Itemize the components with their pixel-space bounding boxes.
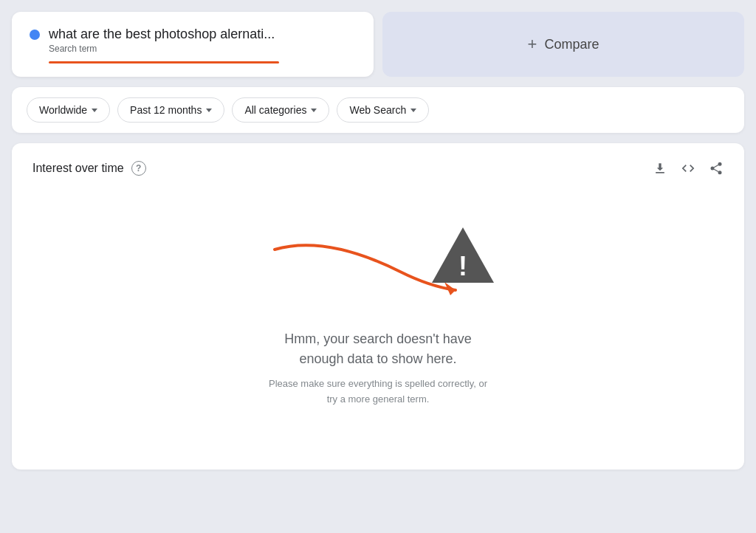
category-filter-label: All categories bbox=[244, 104, 306, 116]
location-chevron-icon bbox=[92, 109, 97, 112]
no-data-subtitle: Please make sure everything is spelled c… bbox=[269, 376, 487, 408]
category-filter[interactable]: All categories bbox=[232, 97, 329, 123]
no-data-area: ! Hmm, your search doesn't have enough d… bbox=[32, 190, 724, 452]
chart-title: Interest over time bbox=[32, 162, 124, 175]
warning-triangle-icon: ! bbox=[430, 224, 496, 290]
share-icon bbox=[709, 161, 724, 176]
arrow-warning-group: ! bbox=[230, 220, 526, 309]
chart-card: Interest over time ? bbox=[12, 143, 744, 470]
chart-title-group: Interest over time ? bbox=[32, 161, 146, 176]
location-filter-label: Worldwide bbox=[39, 104, 87, 116]
help-icon-label: ? bbox=[136, 163, 141, 173]
location-filter[interactable]: Worldwide bbox=[27, 97, 110, 123]
compare-plus-icon: + bbox=[528, 35, 537, 54]
search-card: what are the best photoshop alernati... … bbox=[12, 12, 374, 77]
download-icon bbox=[653, 161, 667, 176]
search-term-label: Search term bbox=[49, 44, 356, 54]
svg-line-4 bbox=[714, 165, 718, 167]
timeframe-filter-label: Past 12 months bbox=[130, 104, 202, 116]
search-type-filter-label: Web Search bbox=[349, 104, 406, 116]
timeframe-filter[interactable]: Past 12 months bbox=[117, 97, 224, 123]
timeframe-chevron-icon bbox=[206, 109, 212, 112]
svg-point-2 bbox=[718, 171, 722, 174]
top-area: what are the best photoshop alernati... … bbox=[12, 12, 744, 77]
svg-line-3 bbox=[714, 169, 718, 171]
svg-text:!: ! bbox=[458, 251, 467, 281]
search-dot bbox=[30, 30, 40, 40]
search-underline bbox=[49, 61, 279, 63]
search-type-chevron-icon bbox=[410, 109, 416, 112]
chart-header: Interest over time ? bbox=[32, 161, 724, 176]
share-button[interactable] bbox=[709, 161, 724, 176]
search-query[interactable]: what are the best photoshop alernati... bbox=[49, 27, 356, 42]
chart-actions bbox=[653, 161, 724, 176]
search-type-filter[interactable]: Web Search bbox=[337, 97, 429, 123]
help-icon[interactable]: ? bbox=[131, 161, 146, 176]
embed-icon bbox=[681, 161, 695, 176]
filters-card: Worldwide Past 12 months All categories … bbox=[12, 87, 744, 133]
no-data-title: Hmm, your search doesn't have enough dat… bbox=[284, 329, 472, 369]
search-text-block: what are the best photoshop alernati... … bbox=[49, 27, 356, 63]
svg-point-0 bbox=[718, 162, 722, 166]
category-chevron-icon bbox=[311, 109, 317, 112]
svg-point-1 bbox=[711, 167, 715, 171]
compare-card[interactable]: + Compare bbox=[382, 12, 744, 77]
download-button[interactable] bbox=[653, 161, 667, 176]
embed-button[interactable] bbox=[681, 161, 695, 176]
compare-label: Compare bbox=[544, 37, 599, 52]
